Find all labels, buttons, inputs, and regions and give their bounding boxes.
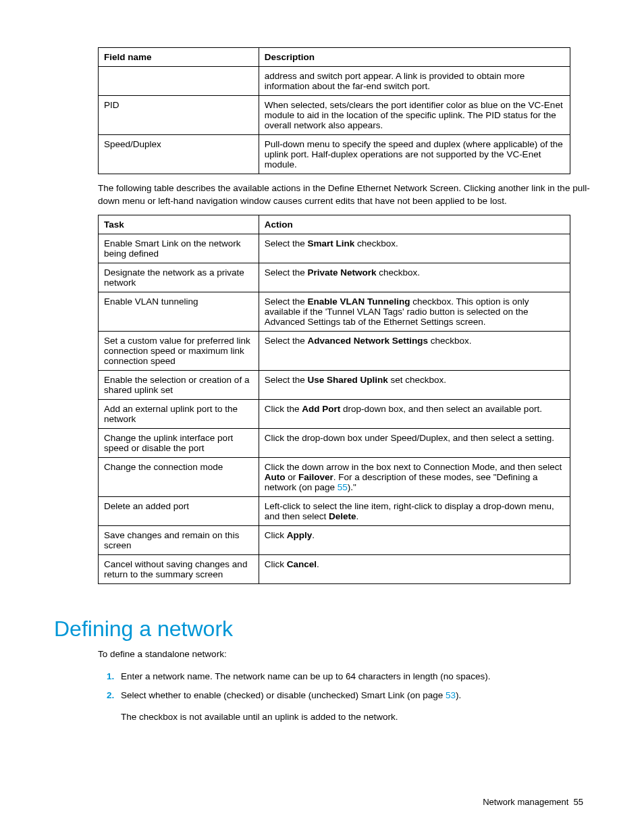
table-row: PID When selected, sets/clears the port …: [99, 96, 570, 135]
cell: Pull-down menu to specify the speed and …: [259, 135, 570, 174]
table-row: address and switch port appear. A link i…: [99, 67, 570, 96]
text: .: [356, 511, 359, 521]
field-description-table: Field name Description address and switc…: [98, 47, 570, 174]
cell: Click Apply.: [259, 525, 570, 554]
cell: Click Cancel.: [259, 554, 570, 583]
cell: Enable the selection or creation of a sh…: [99, 370, 259, 399]
bold-text: Smart Link: [307, 238, 354, 249]
page-link[interactable]: 53: [446, 690, 456, 700]
cell: Set a custom value for preferred link co…: [99, 331, 259, 370]
cell: Select the Use Shared Uplink set checkbo…: [259, 370, 570, 399]
text: Left-click to select the line item, righ…: [265, 501, 554, 521]
cell: Select the Private Network checkbox.: [259, 263, 570, 292]
table-row: Change the connection mode Click the dow…: [99, 457, 570, 496]
cell: Delete an added port: [99, 496, 259, 525]
text: Select the: [265, 267, 308, 278]
section-heading: Defining a network: [54, 617, 597, 642]
table-row: Save changes and remain on this screen C…: [99, 525, 570, 554]
table-header: Action: [259, 215, 570, 234]
text: ).: [456, 690, 461, 700]
cell: Change the connection mode: [99, 457, 259, 496]
text: checkbox.: [377, 267, 421, 278]
cell: Cancel without saving changes and return…: [99, 554, 259, 583]
table-row: Speed/Duplex Pull-down menu to specify t…: [99, 135, 570, 174]
table-row: Enable Smart Link on the network being d…: [99, 234, 570, 263]
cell: Left-click to select the line item, righ…: [259, 496, 570, 525]
cell: Select the Enable VLAN Tunneling checkbo…: [259, 292, 570, 331]
bold-text: Cancel: [287, 559, 317, 569]
intro-text: To define a standalone network:: [98, 648, 590, 661]
table-row: Designate the network as a private netwo…: [99, 263, 570, 292]
text: Click: [265, 559, 287, 569]
table-row: Delete an added port Left-click to selec…: [99, 496, 570, 525]
bold-text: Enable VLAN Tunneling: [307, 296, 410, 307]
sub-text: The checkbox is not available until an u…: [121, 710, 597, 724]
table-row: Add an external uplink port to the netwo…: [99, 399, 570, 428]
table-row: Cancel without saving changes and return…: [99, 554, 570, 583]
table-row: Enable the selection or creation of a sh…: [99, 370, 570, 399]
cell: Click the down arrow in the box next to …: [259, 457, 570, 496]
cell: Add an external uplink port to the netwo…: [99, 399, 259, 428]
cell: Select the Advanced Network Settings che…: [259, 331, 570, 370]
text: .: [312, 530, 315, 540]
cell: address and switch port appear. A link i…: [259, 67, 570, 96]
page-container: Field name Description address and switc…: [0, 0, 644, 760]
text: set checkbox.: [388, 375, 446, 385]
text: Select the: [265, 336, 308, 346]
bold-text: Private Network: [307, 267, 376, 278]
ordered-list: Enter a network name. The network name c…: [98, 670, 597, 703]
text: checkbox.: [428, 336, 472, 346]
cell: Select the Smart Link checkbox.: [259, 234, 570, 263]
text: Select the: [265, 296, 308, 307]
table-header: Field name: [99, 48, 259, 67]
table-header: Description: [259, 48, 570, 67]
list-item: Select whether to enable (checked) or di…: [117, 689, 597, 702]
list-item: Enter a network name. The network name c…: [117, 670, 597, 683]
text: checkbox.: [354, 238, 398, 249]
bold-text: Apply: [287, 530, 313, 540]
cell: Speed/Duplex: [99, 135, 259, 174]
cell: Enable Smart Link on the network being d…: [99, 234, 259, 263]
text: or: [285, 472, 298, 482]
text: Click the: [265, 404, 302, 414]
cell: Save changes and remain on this screen: [99, 525, 259, 554]
text: ).": [348, 482, 356, 492]
task-action-table: Task Action Enable Smart Link on the net…: [98, 215, 570, 584]
table-row: Change the uplink interface port speed o…: [99, 428, 570, 457]
cell: Enable VLAN tunneling: [99, 292, 259, 331]
bold-text: Add Port: [302, 404, 340, 414]
cell: When selected, sets/clears the port iden…: [259, 96, 570, 135]
cell: PID: [99, 96, 259, 135]
text: Select the: [265, 375, 308, 385]
text: Select the: [265, 238, 308, 249]
bold-text: Advanced Network Settings: [307, 336, 428, 346]
page-link[interactable]: 55: [338, 482, 348, 492]
cell: Change the uplink interface port speed o…: [99, 428, 259, 457]
text: drop-down box, and then select an availa…: [340, 404, 542, 414]
bold-text: Delete: [329, 511, 356, 521]
text: Click the down arrow in the box next to …: [265, 462, 562, 472]
text: Click: [265, 530, 287, 540]
cell: [99, 67, 259, 96]
cell: Click the drop-down box under Speed/Dupl…: [259, 428, 570, 457]
text: Select whether to enable (checked) or di…: [121, 690, 446, 700]
bold-text: Auto: [265, 472, 286, 482]
bold-text: Failover: [298, 472, 333, 482]
table-row: Set a custom value for preferred link co…: [99, 331, 570, 370]
text: .: [317, 559, 319, 569]
bold-text: Use Shared Uplink: [307, 375, 387, 385]
table-header: Task: [99, 215, 259, 234]
table-row: Enable VLAN tunneling Select the Enable …: [99, 292, 570, 331]
paragraph: The following table describes the availa…: [98, 182, 590, 208]
cell: Click the Add Port drop-down box, and th…: [259, 399, 570, 428]
cell: Designate the network as a private netwo…: [99, 263, 259, 292]
